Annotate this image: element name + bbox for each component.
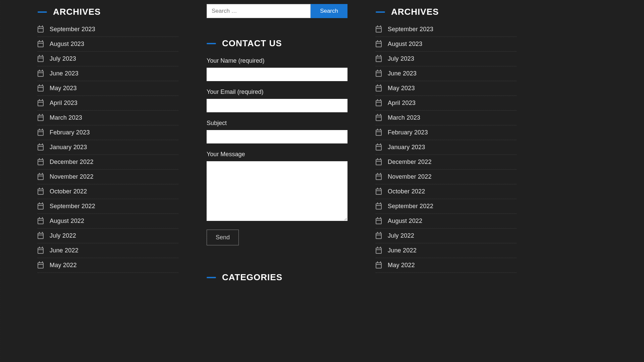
calendar-icon [376,159,382,165]
archive-link[interactable]: March 2023 [388,114,420,121]
heading-dash-icon [207,43,216,44]
archive-link[interactable]: May 2023 [50,85,77,92]
message-label: Your Message [207,151,347,158]
search-form: Search [207,4,347,18]
archive-item: June 2022 [38,243,178,258]
calendar-icon [376,26,382,33]
calendar-icon [38,233,44,239]
search-input[interactable] [207,4,311,18]
calendar-icon [38,71,44,77]
archive-link[interactable]: December 2022 [388,159,432,166]
archive-item: November 2022 [376,170,517,184]
calendar-icon [38,174,44,180]
archive-item: July 2023 [38,52,178,66]
archives-heading-right: ARCHIVES [376,7,517,17]
archive-link[interactable]: September 2022 [50,203,95,210]
archive-link[interactable]: August 2023 [388,41,422,48]
archive-item: January 2023 [376,140,517,155]
calendar-icon [38,115,44,121]
archive-link[interactable]: October 2022 [50,188,87,195]
archive-link[interactable]: August 2022 [388,218,422,225]
calendar-icon [38,248,44,254]
email-label: Your Email (required) [207,88,347,96]
archive-link[interactable]: May 2023 [388,85,415,92]
calendar-icon [38,26,44,33]
archive-item: November 2022 [38,170,178,184]
calendar-icon [376,218,382,224]
archive-link[interactable]: August 2022 [50,218,84,225]
categories-title: CATEGORIES [222,272,282,283]
calendar-icon [376,203,382,209]
archive-link[interactable]: August 2023 [50,41,84,48]
archive-link[interactable]: July 2022 [50,232,76,239]
heading-dash-icon [207,277,216,278]
calendar-icon [38,130,44,136]
archive-link[interactable]: June 2023 [50,70,78,77]
archive-item: July 2022 [38,229,178,243]
archive-item: May 2023 [376,81,517,96]
archive-link[interactable]: January 2023 [388,144,425,151]
name-input[interactable] [207,68,347,81]
archive-link[interactable]: November 2022 [388,173,432,180]
archive-item: April 2023 [38,96,178,111]
archive-item: July 2022 [376,229,517,243]
calendar-icon [376,144,382,150]
archive-link[interactable]: February 2023 [388,129,428,136]
archive-link[interactable]: September 2022 [388,203,433,210]
archive-link[interactable]: February 2023 [50,129,90,136]
archive-link[interactable]: April 2023 [388,100,416,107]
archive-item: August 2023 [376,37,517,52]
archive-link[interactable]: June 2023 [388,70,417,77]
archive-link[interactable]: July 2023 [388,55,414,62]
calendar-icon [376,56,382,62]
calendar-icon [376,71,382,77]
calendar-icon [376,115,382,121]
archive-item: August 2023 [38,37,178,52]
send-button[interactable]: Send [207,230,239,245]
archive-link[interactable]: June 2022 [50,247,78,254]
archive-item: September 2022 [38,199,178,214]
archive-link[interactable]: October 2022 [388,188,425,195]
message-textarea[interactable] [207,161,347,221]
search-button[interactable]: Search [311,4,347,18]
subject-input[interactable] [207,130,347,143]
archive-item: August 2022 [38,214,178,229]
calendar-icon [376,130,382,136]
archive-link[interactable]: September 2023 [388,26,433,33]
archive-item: April 2023 [376,96,517,111]
calendar-icon [38,41,44,47]
archive-item: December 2022 [376,155,517,170]
archive-link[interactable]: December 2022 [50,159,94,166]
archive-link[interactable]: July 2022 [388,232,414,239]
archive-link[interactable]: November 2022 [50,173,94,180]
calendar-icon [376,233,382,239]
archive-list-right: September 2023August 2023July 2023June 2… [376,26,517,273]
archive-link[interactable]: September 2023 [50,26,95,33]
calendar-icon [38,189,44,195]
archive-link[interactable]: January 2023 [50,144,87,151]
archive-item: August 2022 [376,214,517,229]
archive-link[interactable]: June 2022 [388,247,417,254]
contact-heading: CONTACT US [207,38,347,49]
archive-link[interactable]: July 2023 [50,55,76,62]
contact-title: CONTACT US [222,38,282,49]
archives-title-left: ARCHIVES [53,7,101,17]
archive-link[interactable]: March 2023 [50,114,82,121]
archive-item: October 2022 [38,184,178,199]
calendar-icon [376,100,382,106]
calendar-icon [38,144,44,150]
archive-link[interactable]: May 2022 [50,262,77,269]
calendar-icon [38,56,44,62]
archive-item: January 2023 [38,140,178,155]
archive-link[interactable]: May 2022 [388,262,415,269]
archives-heading-left: ARCHIVES [38,7,178,17]
calendar-icon [38,203,44,209]
archive-item: December 2022 [38,155,178,170]
archive-item: May 2023 [38,81,178,96]
email-input[interactable] [207,99,347,112]
archive-item: February 2023 [38,125,178,140]
archive-item: October 2022 [376,184,517,199]
archive-link[interactable]: April 2023 [50,100,77,107]
heading-dash-icon [376,11,385,13]
name-label: Your Name (required) [207,57,347,64]
